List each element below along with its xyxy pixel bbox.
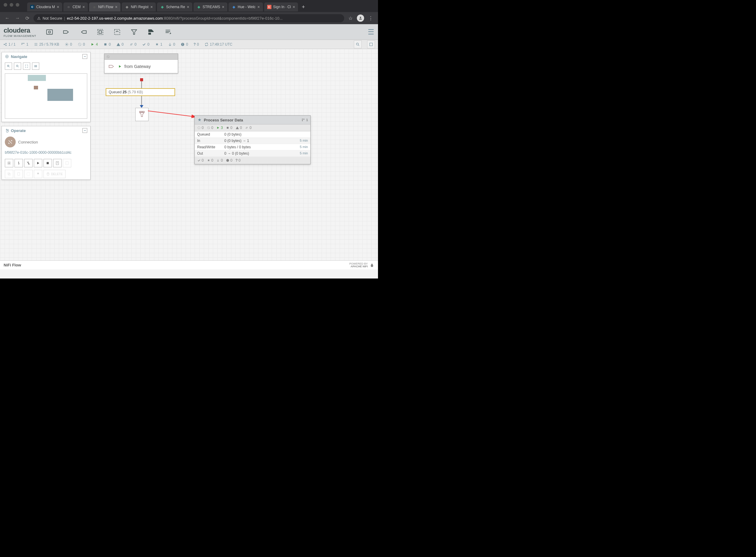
pg-running: 3 [216,126,223,130]
svg-rect-48 [227,127,229,129]
forward-button[interactable]: → [14,14,21,22]
input-port-body: from Gateway [104,60,178,73]
search-button[interactable] [354,40,362,48]
zoom-in-button[interactable] [5,62,12,70]
operate-component-info: Connection [2,135,90,149]
navigate-tools [2,61,90,71]
tab-close-icon[interactable]: × [57,4,59,9]
connection-arrow [140,105,143,108]
output-connector[interactable] [140,78,143,81]
input-port-node[interactable]: from Gateway [104,54,178,74]
template-button[interactable] [53,159,62,167]
funnel-node[interactable] [135,108,149,121]
stop-button[interactable] [43,159,52,167]
process-group-node[interactable]: Process Sensor Data 1 0 0 3 0 0 0 Queued… [194,115,311,164]
fit-button[interactable] [23,62,30,70]
target-icon [5,54,9,59]
tab-nifi-registry[interactable]: ◆NiFi Regist× [122,2,156,11]
profile-button[interactable] [357,14,364,22]
breadcrumb-root[interactable]: NiFi Flow [4,263,21,267]
status-stale: 0 [168,42,175,47]
global-menu-button[interactable]: ☰ [368,28,374,36]
svg-point-21 [356,43,358,45]
not-transmitting-icon [106,55,110,59]
input-port-name: from Gateway [124,64,151,69]
status-unknown: ?0 [193,42,199,47]
svg-point-30 [8,163,10,164]
processor-tool[interactable] [45,28,54,36]
output-port-tool[interactable] [79,28,88,36]
svg-rect-4 [99,30,102,33]
svg-rect-31 [47,162,49,164]
tab-cem[interactable]: ○CEM× [63,2,88,11]
enable-button[interactable] [14,159,23,167]
tab-close-icon[interactable]: × [115,4,117,9]
pg-name: Process Sensor Data [204,118,243,122]
operate-panel-header[interactable]: Operate − [2,126,90,135]
configure-button[interactable] [5,159,13,167]
security-icon: ⚠ [37,16,41,21]
status-threads: 1 [21,42,28,47]
tab-hue[interactable]: ◆Hue - Welc× [229,2,263,11]
pg-disabled: 0 [245,126,251,130]
svg-rect-13 [22,44,22,45]
new-tab-button[interactable]: + [299,3,307,11]
star-icon [197,117,202,122]
reload-button[interactable]: ⟳ [24,14,30,22]
label-tool[interactable] [164,28,172,36]
svg-rect-41 [143,112,145,113]
funnel-tool[interactable] [130,28,138,36]
status-not-transmitting: 0 [78,42,85,47]
svg-rect-10 [22,43,22,43]
input-port-tool[interactable] [62,28,71,36]
tab-nifi-flow[interactable]: ◆NiFi Flow× [89,2,120,11]
process-group-tool[interactable] [96,28,104,36]
browser-menu-button[interactable]: ⋮ [367,14,374,22]
remote-group-tool[interactable] [113,28,121,36]
bookmark-button[interactable]: ☆ [347,14,354,22]
tab-close-icon[interactable]: × [293,4,295,9]
template-tool[interactable] [147,28,155,36]
tab-title: STREAMS [203,5,220,9]
address-field[interactable]: ⚠ Not Secure | ec2-54-202-2-197.us-west-… [33,14,344,22]
bulletin-button[interactable] [367,40,375,48]
tab-close-icon[interactable]: × [150,4,153,9]
actual-size-button[interactable] [32,62,39,70]
pg-header: Process Sensor Data 1 [195,116,310,124]
tab-close-icon[interactable]: × [83,4,85,9]
svg-rect-44 [303,119,304,120]
collapse-button[interactable]: − [83,128,87,133]
powered-by-name: APACHE NIFI [349,265,368,268]
window-minimize[interactable] [10,3,13,7]
pg-stat-in: In0 (0 bytes) → 15 min [195,138,310,144]
tab-schema[interactable]: ◆Schema Re× [157,2,192,11]
pg-counts: 0 0 3 0 0 0 [195,124,310,131]
group-button [24,170,33,178]
tab-signin[interactable]: CSign In · Cl× [264,2,298,11]
pg-transmitting: 0 [197,126,204,130]
status-refresh[interactable]: 17:49:17 UTC [204,42,233,47]
disable-button[interactable] [24,159,33,167]
operate-buttons-row1 [2,158,90,169]
tab-close-icon[interactable]: × [257,4,260,9]
queue-node[interactable]: Queued 25 (5.79 KB) [106,88,175,96]
status-queued: 25 / 5.79 KB [34,42,59,47]
minimap[interactable] [5,74,87,119]
security-status: Not Secure [42,16,62,21]
back-button[interactable]: ← [4,14,11,22]
tab-close-icon[interactable]: × [187,4,189,9]
tab-title: Schema Re [166,5,185,9]
zoom-out-button[interactable] [14,62,21,70]
tab-close-icon[interactable]: × [222,4,224,9]
tab-cloudera[interactable]: CCloudera M× [27,2,62,11]
tab-streams[interactable]: ◆STREAMS× [193,2,228,11]
input-port-icon [108,63,115,70]
window-maximize[interactable] [16,3,19,7]
window-close[interactable] [4,3,7,7]
collapse-button[interactable]: − [83,54,87,59]
flow-canvas[interactable]: Navigate − Operate − [0,49,378,269]
component-toolbar [45,28,172,36]
start-button[interactable] [34,159,42,167]
navigate-panel-header[interactable]: Navigate − [2,52,90,61]
version-icon [301,118,305,122]
